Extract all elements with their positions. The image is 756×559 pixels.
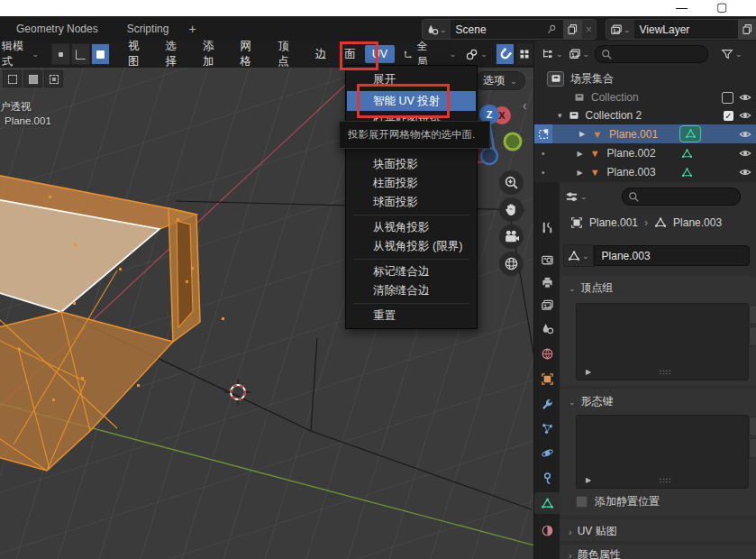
expand-arrow-icon[interactable]: ▶	[578, 150, 583, 158]
outliner-search-input[interactable]	[595, 45, 708, 63]
menu-uv[interactable]: UV	[365, 45, 395, 63]
snap-settings-button[interactable]	[516, 43, 533, 65]
menu-item-project-from-view[interactable]: 从视角投影	[347, 217, 476, 237]
window-maximize-button[interactable]: ▢	[716, 0, 727, 14]
edge-select-mode-button[interactable]	[71, 43, 90, 65]
menu-edge[interactable]: 边	[306, 47, 336, 62]
menu-item-cylinder-projection[interactable]: 柱面投影	[347, 173, 476, 193]
window-minimize-button[interactable]: —	[676, 1, 688, 14]
pin-icon[interactable]	[546, 23, 558, 35]
expand-arrow-icon[interactable]: ▶	[579, 130, 585, 138]
menu-item-clear-seam[interactable]: 清除缝合边	[347, 280, 476, 300]
options-dropdown[interactable]: 选项 ⌄	[475, 71, 525, 90]
datablock-name-field[interactable]: Plane.003	[594, 245, 750, 266]
outliner-row-plane-001[interactable]: ▶ ▼ Plane.001	[534, 124, 756, 143]
breadcrumb-object[interactable]: Plane.001	[589, 216, 638, 229]
outliner-row-plane-002[interactable]: • ▶ ▼ Plane.002	[534, 144, 756, 162]
tab-world[interactable]	[534, 343, 560, 364]
menu-item-mark-seam[interactable]: 标记缝合边	[347, 261, 476, 281]
sidebar-collapse-arrow[interactable]: ‹	[523, 98, 527, 113]
face-select-mode-button[interactable]	[91, 43, 110, 65]
color-attributes-panel[interactable]: › 颜色属性	[560, 545, 756, 559]
tab-scene[interactable]	[534, 317, 560, 339]
uv-maps-panel[interactable]: › UV 贴图	[560, 519, 756, 541]
rest-position-checkbox[interactable]	[576, 496, 587, 508]
vertex-groups-list[interactable]: ▶ ∷∷	[576, 303, 749, 380]
select-extend-tool[interactable]	[44, 70, 63, 87]
expand-arrow-icon[interactable]: ▶	[578, 169, 583, 177]
list-expand-icon[interactable]: ▶	[586, 476, 591, 484]
tab-geometry-nodes[interactable]: Geometry Nodes	[9, 16, 105, 41]
collection2-checkbox[interactable]: ✓	[724, 111, 733, 121]
gizmo-minus-z-ball[interactable]	[481, 148, 497, 164]
vertex-groups-header[interactable]: ⌄ 顶点组	[560, 276, 756, 296]
new-scene-button[interactable]	[563, 20, 582, 39]
tab-physics[interactable]	[534, 442, 560, 463]
collection-checkbox[interactable]	[722, 92, 733, 104]
tab-view-layer[interactable]	[534, 294, 560, 316]
menu-item-cube-projection[interactable]: 块面投影	[347, 154, 476, 174]
outliner-row-collection2[interactable]: ▾ Collection 2 ✓	[534, 106, 756, 124]
outliner-row-plane-003[interactable]: • ▶ ▼ Plane.003	[534, 163, 756, 181]
zoom-gizmo-button[interactable]	[499, 170, 524, 195]
list-grip-icon[interactable]: ∷∷	[660, 368, 671, 377]
eye-icon[interactable]	[739, 128, 751, 141]
menu-select[interactable]: 选择	[157, 39, 195, 69]
pan-gizmo-button[interactable]	[499, 197, 524, 222]
delete-scene-button[interactable]: ×	[582, 20, 596, 39]
eye-icon[interactable]	[739, 147, 751, 160]
menu-item-project-from-view-bounds[interactable]: 从视角投影 (限界)	[347, 236, 476, 256]
snap-toggle-button[interactable]	[496, 43, 515, 65]
scene-browse-button[interactable]: ⌄	[423, 20, 451, 39]
tab-constraints[interactable]	[534, 467, 560, 489]
menu-vertex[interactable]: 顶点	[269, 39, 306, 69]
tab-material[interactable]	[534, 519, 560, 541]
eye-icon[interactable]	[739, 109, 751, 122]
outliner-row-scene-collection[interactable]: 场景集合	[534, 69, 756, 87]
gizmo-y-ball[interactable]	[505, 133, 521, 150]
menu-add[interactable]: 添加	[194, 39, 232, 69]
tab-scripting[interactable]: Scripting	[120, 16, 177, 41]
remove-shape-key-button[interactable]	[749, 438, 756, 458]
select-box-tool[interactable]	[23, 70, 42, 87]
select-tweak-tool[interactable]	[3, 70, 22, 87]
menu-item-sphere-projection[interactable]: 球面投影	[347, 192, 476, 212]
menu-view[interactable]: 视图	[119, 39, 157, 69]
add-vertex-group-button[interactable]	[749, 305, 756, 325]
list-expand-icon[interactable]: ▶	[586, 368, 591, 376]
new-tab-button[interactable]: +	[181, 16, 203, 41]
scene-name-field[interactable]: Scene	[451, 20, 563, 39]
perspective-toggle-button[interactable]	[499, 252, 524, 276]
viewlayer-name-field[interactable]: ViewLayer	[634, 20, 738, 39]
shape-keys-list[interactable]: ▶ ∷∷	[576, 415, 749, 489]
menu-face[interactable]: 面	[335, 47, 365, 62]
outliner-row-collection[interactable]: Collection	[534, 88, 756, 106]
mesh-datablock-dropdown[interactable]: ⌄	[563, 244, 594, 267]
editor-type-dropdown[interactable]: ⌄	[565, 190, 587, 204]
outliner-filter-button[interactable]: ⌄	[721, 48, 742, 60]
add-shape-key-button[interactable]	[749, 417, 756, 436]
vertex-select-mode-button[interactable]	[51, 43, 70, 65]
tab-output[interactable]	[534, 271, 560, 293]
list-grip-icon[interactable]: ∷∷	[660, 476, 671, 485]
disclosure-triangle-icon[interactable]: ▾	[558, 111, 562, 120]
pivot-dropdown[interactable]: ⌄	[465, 48, 487, 61]
orange-object[interactable]	[0, 174, 224, 471]
viewlayer-browse-button[interactable]: ⌄	[606, 20, 634, 39]
new-viewlayer-button[interactable]	[738, 20, 756, 39]
eye-icon[interactable]	[739, 91, 751, 104]
menu-item-reset[interactable]: 重置	[347, 306, 476, 325]
tab-object-data[interactable]	[534, 492, 560, 514]
camera-view-button[interactable]	[499, 225, 524, 249]
properties-search-input[interactable]	[622, 188, 741, 206]
mode-dropdown[interactable]: 辑模式 ⌄	[0, 39, 39, 69]
remove-vertex-group-button[interactable]	[749, 326, 756, 346]
menu-item-unwrap[interactable]: 展开	[347, 69, 476, 89]
outliner-filter-mode-dropdown[interactable]: ⌄	[569, 48, 590, 60]
tab-object[interactable]	[534, 368, 560, 389]
eye-icon[interactable]	[739, 166, 751, 179]
menu-mesh[interactable]: 网格	[232, 39, 269, 69]
tab-modifiers[interactable]	[534, 393, 560, 415]
shape-keys-header[interactable]: ⌄ 形态键	[560, 389, 756, 409]
tab-render[interactable]	[534, 249, 560, 270]
